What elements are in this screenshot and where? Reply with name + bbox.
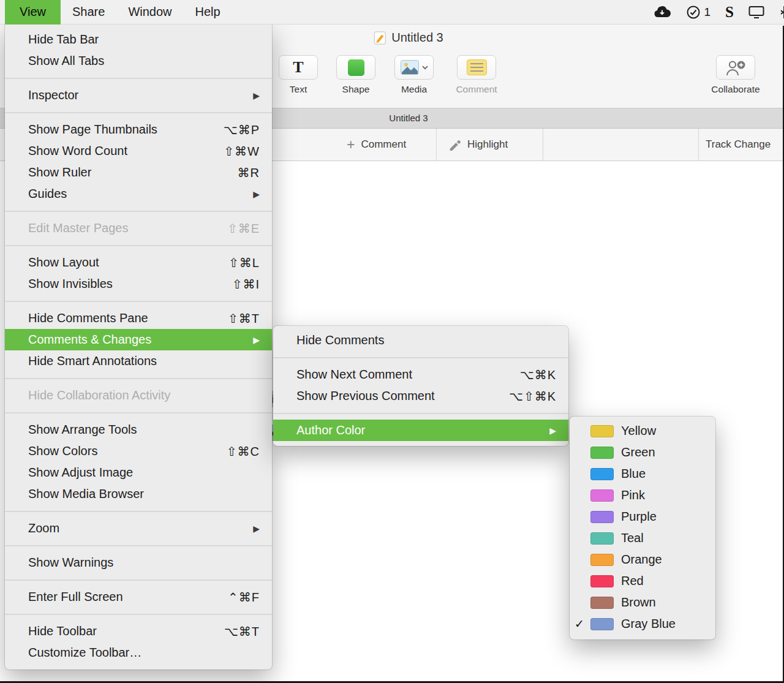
color-item-green[interactable]: Green [570, 442, 715, 463]
toolbar-media-label: Media [401, 84, 427, 95]
menu-item-comments-and-changes[interactable]: Comments & Changes▶ [5, 329, 272, 350]
menubar-share-label: Share [72, 5, 105, 19]
menu-item-show-colors[interactable]: Show Colors⇧⌘C [5, 440, 272, 462]
toolbar-comment-button[interactable]: Comment [447, 55, 506, 95]
menu-item-enter-full-screen[interactable]: Enter Full Screen⌃⌘F [5, 586, 272, 608]
window-title-text: Untitled 3 [391, 31, 443, 45]
pages-document-icon [374, 31, 386, 45]
author-color-submenu: Yellow Green Blue Pink Purple Teal Orang… [570, 417, 715, 640]
color-swatch [590, 575, 614, 587]
media-photo-icon [394, 55, 434, 80]
color-swatch [590, 447, 614, 459]
menubar-item-view[interactable]: View [5, 0, 61, 25]
toolbar-shape-button[interactable]: Shape [326, 55, 385, 95]
menu-item-show-adjust-image[interactable]: Show Adjust Image [5, 462, 272, 483]
display-airplay-icon[interactable] [748, 6, 764, 19]
check-count: 1 [704, 6, 711, 19]
color-swatch [590, 468, 614, 480]
menu-item-hide-comments[interactable]: Hide Comments [273, 330, 568, 351]
menubar-window-label: Window [128, 5, 172, 19]
color-item-gray-blue[interactable]: ✓Gray Blue [570, 613, 715, 635]
menu-item-author-color[interactable]: Author Color▶ [273, 420, 568, 441]
menubar-item-share[interactable]: Share [61, 0, 116, 25]
menu-item-hide-smart-annotations[interactable]: Hide Smart Annotations [5, 350, 272, 372]
review-bar-divider [543, 129, 543, 160]
color-swatch [590, 425, 614, 437]
menu-item-inspector[interactable]: Inspector▶ [5, 85, 272, 106]
menubar-item-window[interactable]: Window [116, 0, 183, 25]
menu-separator [5, 545, 272, 546]
menu-item-hide-comments-pane[interactable]: Hide Comments Pane⇧⌘T [5, 308, 272, 329]
color-item-purple[interactable]: Purple [570, 506, 715, 527]
menu-item-customize-toolbar[interactable]: Customize Toolbar… [5, 642, 272, 663]
menu-item-edit-master-pages: Edit Master Pages⇧⌘E [5, 217, 272, 239]
color-swatch [590, 532, 614, 545]
color-swatch [590, 618, 614, 630]
window-title: Untitled 3 [374, 31, 443, 45]
highlighter-pen-icon [449, 138, 461, 151]
menu-item-show-ruler[interactable]: Show Ruler⌘R [5, 162, 272, 183]
menu-separator [5, 614, 272, 615]
menubar-status-icons: 1 S [653, 4, 784, 21]
toolbar-text-button[interactable]: T Text [269, 55, 328, 95]
menu-item-show-media-browser[interactable]: Show Media Browser [5, 483, 272, 505]
comment-note-icon [457, 55, 496, 80]
comments-changes-submenu: Hide Comments Show Next Comment⌥⌘K Show … [273, 326, 568, 446]
collaborate-person-icon [716, 55, 755, 80]
menu-item-zoom[interactable]: Zoom▶ [5, 518, 272, 539]
menu-separator [5, 412, 272, 413]
submenu-arrow-icon: ▶ [253, 524, 260, 534]
color-item-teal[interactable]: Teal [570, 527, 715, 549]
tab-untitled-3[interactable]: Untitled 3 [389, 108, 428, 128]
track-changes-label[interactable]: Track Change [706, 129, 771, 160]
menu-item-show-all-tabs[interactable]: Show All Tabs [5, 50, 272, 72]
s-logo-icon[interactable]: S [725, 4, 734, 21]
menubar-item-help[interactable]: Help [184, 0, 232, 25]
menubar-view-label: View [20, 5, 46, 19]
toolbar-media-button[interactable]: Media [385, 55, 443, 95]
toolbar-comment-label: Comment [456, 84, 497, 95]
menu-bar: View Share Window Help 1 S [0, 0, 784, 25]
menu-separator [5, 378, 272, 379]
color-item-brown[interactable]: Brown [570, 592, 715, 613]
menu-item-show-previous-comment[interactable]: Show Previous Comment⌥⇧⌘K [273, 385, 568, 407]
menu-separator [5, 301, 272, 302]
toolbar-collaborate-button[interactable]: Collaborate [706, 55, 765, 95]
menu-separator [5, 511, 272, 512]
menu-item-show-layout[interactable]: Show Layout⇧⌘L [5, 252, 272, 273]
plus-icon: + [347, 138, 355, 152]
color-item-blue[interactable]: Blue [570, 463, 715, 485]
color-item-yellow[interactable]: Yellow [570, 420, 715, 442]
color-swatch [590, 554, 614, 566]
review-bar-divider [436, 129, 437, 160]
menu-item-show-word-count[interactable]: Show Word Count⇧⌘W [5, 140, 272, 162]
cloud-download-icon[interactable] [653, 6, 671, 19]
color-item-pink[interactable]: Pink [570, 485, 715, 506]
bluetooth-icon[interactable] [779, 5, 784, 20]
menu-separator [273, 357, 568, 358]
menu-item-hide-tab-bar[interactable]: Hide Tab Bar [5, 29, 272, 50]
toolbar-shape-label: Shape [342, 84, 370, 95]
shape-icon [336, 55, 375, 80]
color-item-red[interactable]: Red [570, 570, 715, 592]
highlight-button[interactable]: Highlight [449, 129, 508, 160]
submenu-arrow-icon: ▶ [253, 91, 260, 100]
color-item-orange[interactable]: Orange [570, 549, 715, 570]
menu-separator [5, 245, 272, 246]
menu-item-show-next-comment[interactable]: Show Next Comment⌥⌘K [273, 364, 568, 385]
review-bar-divider [698, 129, 699, 160]
highlight-label: Highlight [467, 138, 508, 151]
menu-item-show-arrange-tools[interactable]: Show Arrange Tools [5, 419, 272, 440]
menu-item-guides[interactable]: Guides▶ [5, 183, 272, 205]
menu-item-show-page-thumbnails[interactable]: Show Page Thumbnails⌥⌘P [5, 119, 272, 140]
menu-separator [5, 211, 272, 212]
add-comment-label: Comment [361, 138, 406, 151]
menu-separator [5, 78, 272, 79]
text-icon: T [279, 55, 318, 80]
menu-item-show-warnings[interactable]: Show Warnings [5, 552, 272, 573]
menu-item-hide-toolbar[interactable]: Hide Toolbar⌥⌘T [5, 621, 272, 642]
view-menu: Hide Tab Bar Show All Tabs Inspector▶ Sh… [5, 25, 272, 670]
check-circle-icon[interactable]: 1 [686, 5, 711, 20]
add-comment-button[interactable]: + Comment [347, 129, 406, 160]
menu-item-show-invisibles[interactable]: Show Invisibles⇧⌘I [5, 273, 272, 295]
